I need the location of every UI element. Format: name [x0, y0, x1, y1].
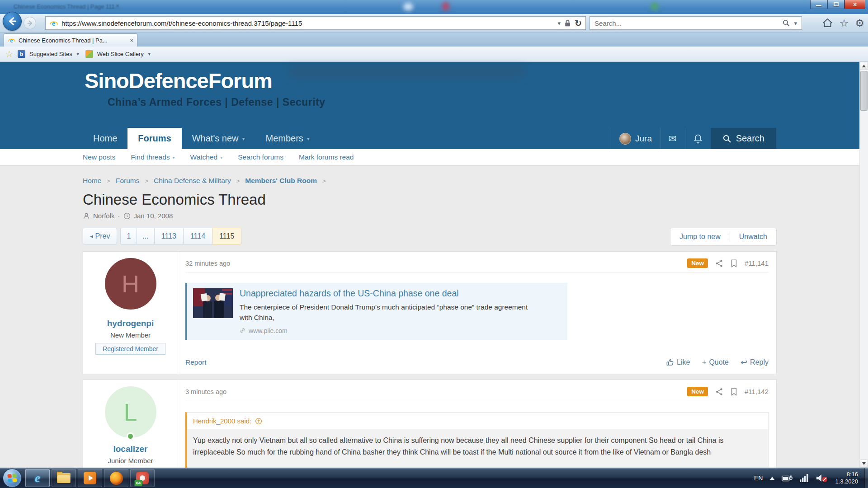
search-input[interactable]: [594, 19, 778, 27]
avatar[interactable]: L: [105, 386, 156, 438]
share-button[interactable]: [715, 388, 723, 396]
prev-page-button[interactable]: ◂ Prev: [83, 228, 117, 244]
autocomplete-dropdown-icon[interactable]: ▾: [558, 20, 561, 27]
forum-search-button[interactable]: Search: [711, 128, 776, 149]
page-button-1[interactable]: 1: [120, 228, 137, 244]
chevron-down-icon[interactable]: ▾: [77, 52, 79, 56]
quote-button[interactable]: + Quote: [702, 358, 729, 367]
like-button[interactable]: Like: [666, 358, 690, 366]
main-nav: Home Forums What's new ▾ Members ▾: [83, 128, 320, 149]
taskbar-file-explorer[interactable]: [52, 469, 76, 487]
nav-members[interactable]: Members ▾: [255, 128, 320, 149]
subnav-new-posts[interactable]: New posts: [83, 153, 115, 161]
username-link[interactable]: localizer: [113, 444, 147, 454]
back-button[interactable]: [3, 12, 22, 31]
share-button[interactable]: [715, 259, 723, 267]
suggested-sites-link[interactable]: Suggested Sites: [29, 51, 72, 57]
network-signal-icon[interactable]: [800, 474, 809, 482]
taskbar-app-64[interactable]: 64: [130, 469, 155, 487]
link-preview-card[interactable]: Unappreciated hazards of the US-China ph…: [185, 283, 567, 340]
nav-home[interactable]: Home: [83, 128, 127, 149]
forward-button[interactable]: [24, 17, 36, 29]
battery-icon[interactable]: [782, 474, 793, 482]
start-button[interactable]: [3, 469, 22, 488]
breadcrumb-home[interactable]: Home: [83, 177, 101, 185]
thread-date[interactable]: Jan 10, 2008: [134, 212, 173, 220]
post-number-link[interactable]: #11,141: [745, 259, 769, 267]
scroll-up-button[interactable]: [860, 62, 868, 70]
taskbar-clock[interactable]: 8:16 1.3.2020: [835, 471, 858, 485]
unwatch-button[interactable]: Unwatch: [730, 233, 776, 241]
post-header: 3 minutes ago New #11,142: [185, 387, 769, 401]
refresh-icon[interactable]: ↻: [575, 18, 582, 28]
alerts-button[interactable]: [685, 128, 711, 149]
search-dropdown-icon[interactable]: ▾: [794, 20, 797, 27]
avatar[interactable]: H: [105, 258, 156, 310]
subnav-mark-read[interactable]: Mark forums read: [299, 153, 354, 161]
prev-arrow-icon: ◂: [90, 233, 93, 239]
browser-search-box[interactable]: ▾: [590, 16, 802, 30]
new-badge: New: [687, 258, 708, 268]
post-timestamp-link[interactable]: 32 minutes ago: [185, 260, 230, 267]
web-slice-gallery-link[interactable]: Web Slice Gallery: [97, 51, 144, 57]
url-text[interactable]: https://www.sinodefenceforum.com/t/chine…: [61, 19, 302, 27]
jump-to-new-button[interactable]: Jump to new: [670, 233, 730, 241]
favorites-star-icon[interactable]: ☆: [840, 18, 849, 28]
page-button-1113[interactable]: 1113: [154, 228, 184, 244]
page-button-1115-current[interactable]: 1115: [212, 228, 241, 244]
minimize-button[interactable]: [810, 0, 827, 9]
subnav-search-forums[interactable]: Search forums: [238, 153, 283, 161]
bookmark-button[interactable]: [731, 388, 737, 396]
suggested-sites-icon[interactable]: b: [18, 50, 25, 58]
taskbar-firefox[interactable]: [104, 469, 128, 487]
bookmark-button[interactable]: [731, 259, 737, 267]
favorites-star-icon[interactable]: ☆: [5, 49, 13, 59]
close-button[interactable]: ×: [844, 0, 865, 9]
subnav-find-threads[interactable]: Find threads ▾: [131, 153, 175, 161]
web-slice-icon[interactable]: [85, 50, 93, 58]
settings-gear-icon[interactable]: ⚙: [855, 18, 864, 28]
report-link[interactable]: Report: [185, 358, 207, 366]
favorites-bar: ☆ b Suggested Sites ▾ Web Slice Gallery …: [0, 47, 868, 62]
windows-logo-icon: [7, 474, 17, 482]
show-desktop-button[interactable]: [864, 468, 868, 488]
search-icon[interactable]: [782, 19, 790, 27]
scroll-down-button[interactable]: [860, 460, 868, 468]
inbox-button[interactable]: ✉: [660, 128, 685, 149]
tab-close-icon[interactable]: ×: [130, 37, 133, 44]
subnav-watched[interactable]: Watched ▾: [190, 153, 223, 161]
maximize-button[interactable]: [827, 0, 844, 9]
breadcrumb-room[interactable]: Members' Club Room: [245, 177, 317, 185]
search-icon: [722, 134, 731, 143]
username-link[interactable]: hydrogenpi: [107, 319, 154, 328]
taskbar-internet-explorer[interactable]: e: [25, 469, 50, 487]
language-indicator[interactable]: EN: [754, 474, 763, 482]
browser-tab[interactable]: e Chinese Economics Thread | Pa... ×: [4, 33, 137, 47]
chevron-down-icon[interactable]: ▾: [148, 52, 151, 56]
scrollbar-thumb[interactable]: [860, 71, 868, 111]
link-source-text[interactable]: www.piie.com: [249, 327, 288, 334]
address-bar[interactable]: e https://www.sinodefenceforum.com/t/chi…: [45, 16, 586, 30]
nav-whats-new[interactable]: What's new ▾: [182, 128, 255, 149]
reply-button[interactable]: ↩ Reply: [741, 357, 769, 367]
vertical-scrollbar[interactable]: [859, 62, 868, 468]
show-hidden-icons-button[interactable]: [770, 477, 774, 480]
taskbar-media-player[interactable]: [78, 469, 102, 487]
goto-source-icon[interactable]: [255, 418, 262, 425]
site-logo[interactable]: SinoDefenceForum: [85, 68, 272, 93]
post-timestamp-link[interactable]: 3 minutes ago: [185, 388, 226, 395]
post-number-link[interactable]: #11,142: [745, 388, 769, 395]
user-menu[interactable]: Jura: [611, 128, 660, 149]
breadcrumb-forums[interactable]: Forums: [116, 177, 140, 185]
svg-text:e: e: [10, 37, 13, 44]
home-icon[interactable]: [822, 18, 833, 28]
nav-forums[interactable]: Forums: [127, 128, 181, 149]
quote-attribution-link[interactable]: Hendrik_2000 said:: [193, 417, 251, 425]
post-body: 32 minutes ago New #11,141: [178, 252, 776, 374]
page-button-1114[interactable]: 1114: [183, 228, 212, 244]
page-ellipsis[interactable]: ...: [137, 228, 154, 244]
link-preview-title[interactable]: Unappreciated hazards of the US-China ph…: [240, 288, 561, 299]
thread-author[interactable]: Norfolk: [93, 212, 115, 220]
volume-muted-icon[interactable]: [816, 474, 828, 483]
breadcrumb-section[interactable]: China Defense & Military: [154, 177, 231, 185]
